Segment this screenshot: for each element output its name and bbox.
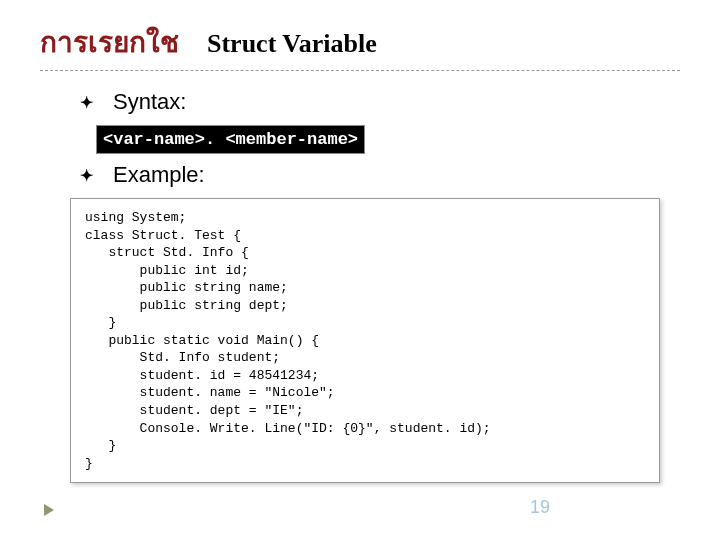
bullet-icon: ✦ — [80, 166, 93, 185]
bullet-syntax: ✦ Syntax: — [80, 89, 680, 115]
syntax-label: Syntax: — [113, 89, 186, 115]
code-text: using System; class Struct. Test { struc… — [85, 210, 491, 471]
syntax-code-box: <var-name>. <member-name> — [96, 125, 365, 154]
page-number: 19 — [530, 497, 550, 518]
bullet-example: ✦ Example: — [80, 162, 680, 188]
example-label: Example: — [113, 162, 205, 188]
code-example-box: using System; class Struct. Test { struc… — [70, 198, 660, 483]
syntax-text: <var-name>. <member-name> — [103, 130, 358, 149]
title-english: Struct Variable — [207, 29, 377, 59]
corner-triangle-icon — [44, 504, 54, 516]
slide: การเรยกใช Struct Variable ✦ Syntax: <var… — [0, 0, 720, 540]
bullet-icon: ✦ — [80, 93, 93, 112]
title-row: การเรยกใช Struct Variable — [40, 20, 680, 64]
divider — [40, 70, 680, 71]
title-thai: การเรยกใช — [40, 20, 179, 64]
